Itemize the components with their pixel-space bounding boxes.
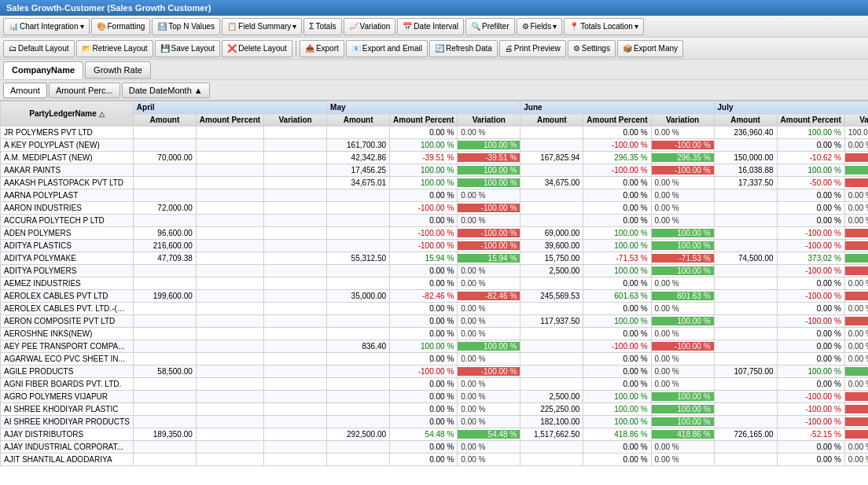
variation-cell: 100.00 % [458,139,520,152]
variation-cell: -100.00 % [844,391,868,403]
variation-button[interactable]: 📈 Variation [344,18,396,35]
amount-cell [520,378,583,391]
amount-cell: 726,165.00 [714,428,777,441]
table-row: AGRO POLYMERS VIJAPUR0.00 %0.00 %2,500.0… [1,391,869,403]
percent-cell: -100.00 % [777,391,844,403]
tab-company-name[interactable]: CompanyName [3,61,83,79]
variation-cell [264,315,327,328]
formatting-button[interactable]: 🎨 Formatting [91,18,151,35]
totals-location-button[interactable]: 📍 Totals Location ▾ [564,18,644,35]
percent-cell: 0.00 % [777,340,844,353]
party-name-cell: ACCURA POLYTECH P LTD [1,215,134,227]
amount-cell: 150,000.00 [714,152,777,164]
variation-cell [264,290,327,303]
amount-cell: 69,000.00 [520,227,583,240]
table-row: A.M. MEDIPLAST (NEW)70,000.0042,342.86-3… [1,152,869,164]
percent-cell [196,403,263,416]
percent-cell: -71.53 % [583,252,651,265]
prefilter-button[interactable]: 🔍 Prefilter [465,18,514,35]
refresh-data-button[interactable]: 🔄 Refresh Data [429,40,498,57]
amount-cell: 1,517,662.50 [520,428,583,441]
field-tab-date-month[interactable]: Date DateMonth ▲ [122,83,210,98]
percent-cell: 0.00 % [583,127,651,139]
export-button[interactable]: 📤 Export [300,40,344,57]
percent-cell [196,240,263,252]
fields-button[interactable]: ⚙ Fields ▾ [517,18,563,35]
amount-cell [133,215,196,227]
variation-cell: 0.00 % [458,391,520,403]
percent-cell: -100.00 % [390,227,458,240]
party-name-cell: AEROLEX CABLES PVT LTD [1,290,134,303]
percent-cell [196,315,263,328]
variation-cell [264,189,327,202]
variation-cell [264,202,327,215]
party-name-cell: AJAY DISTRIBUTORS [1,428,134,441]
may-amount-header: Amount [327,114,390,127]
amount-cell [133,127,196,139]
party-header[interactable]: PartyLedgerName △ [1,101,134,127]
variation-cell [264,403,327,416]
percent-cell [196,152,263,164]
percent-cell: 100.00 % [583,416,651,428]
percent-cell: 0.00 % [583,353,651,366]
top-n-values-button[interactable]: 🔝 Top N Values [152,18,220,35]
retrieve-layout-button[interactable]: 📂 Retrieve Layout [76,40,153,57]
percent-cell: -50.00 % [777,177,844,189]
variation-cell: 100.00 % [651,240,714,252]
percent-cell [196,252,263,265]
percent-cell: -100.00 % [777,290,844,303]
percent-cell: 0.00 % [583,303,651,315]
default-layout-button[interactable]: 🗂 Default Layout [3,40,75,57]
export-many-button[interactable]: 📦 Export Many [617,40,683,57]
field-tab-amount-perc[interactable]: Amount Perc... [49,83,120,98]
variation-cell: -100.00 % [844,240,868,252]
date-interval-button[interactable]: 📅 Date Interval [397,18,464,35]
variation-cell [264,353,327,366]
percent-cell: 0.00 % [777,303,844,315]
export-icon: 📤 [305,44,314,53]
percent-cell: 0.00 % [390,215,458,227]
amount-cell: 35,000.00 [327,290,390,303]
amount-cell [520,454,583,466]
delete-layout-button[interactable]: ❌ Delete Layout [222,40,292,57]
variation-cell: -100.00 % [651,164,714,177]
percent-cell: 0.00 % [390,403,458,416]
variation-cell: -52.15 % [844,428,868,441]
percent-cell: 100.00 % [390,164,458,177]
amount-cell [133,265,196,277]
percent-cell: 100.00 % [777,366,844,378]
amount-cell [520,366,583,378]
dropdown-arrow-4-icon: ▾ [634,22,638,31]
chart-integration-button[interactable]: 📊 Chart Integration ▾ [3,18,90,35]
export-email-button[interactable]: 📧 Export and Email [346,40,428,57]
party-name-cell: AEMEZ INDUSTRIES [1,277,134,290]
tab-growth-rate[interactable]: Growth Rate [85,61,151,79]
field-tab-amount[interactable]: Amount [3,83,47,98]
variation-cell: -100.00 % [458,202,520,215]
percent-cell: -52.15 % [777,428,844,441]
settings-button[interactable]: ⚙ Settings [568,40,616,57]
amount-cell [714,378,777,391]
amount-cell: 42,342.86 [327,152,390,164]
table-row: AEROLEX CABLES PVT LTD199,600.0035,000.0… [1,290,869,303]
grid-container: PartyLedgerName △ April May June July Au… [0,101,868,485]
totals-button[interactable]: Σ Totals [303,18,341,35]
variation-cell [264,240,327,252]
table-row: JR POLYMERS PVT LTD0.00 %0.00 %0.00 %0.0… [1,127,869,139]
amount-cell [327,240,390,252]
variation-cell: 0.00 % [844,277,868,290]
field-summary-button[interactable]: 📋 Field Summary ▾ [222,18,302,35]
variation-cell: 0.00 % [458,441,520,454]
amount-cell [133,353,196,366]
percent-cell: -100.00 % [583,340,651,353]
print-preview-button[interactable]: 🖨 Print Preview [499,40,566,57]
amount-cell [133,189,196,202]
percent-cell [196,454,263,466]
amount-cell [327,391,390,403]
jul-amount-header: Amount [714,114,777,127]
percent-cell [196,227,263,240]
save-layout-button[interactable]: 💾 Save Layout [155,40,221,57]
amount-cell: 55,312.50 [327,252,390,265]
party-name-cell: AEROSHNE INKS(NEW) [1,328,134,340]
top-n-icon: 🔝 [157,22,167,31]
